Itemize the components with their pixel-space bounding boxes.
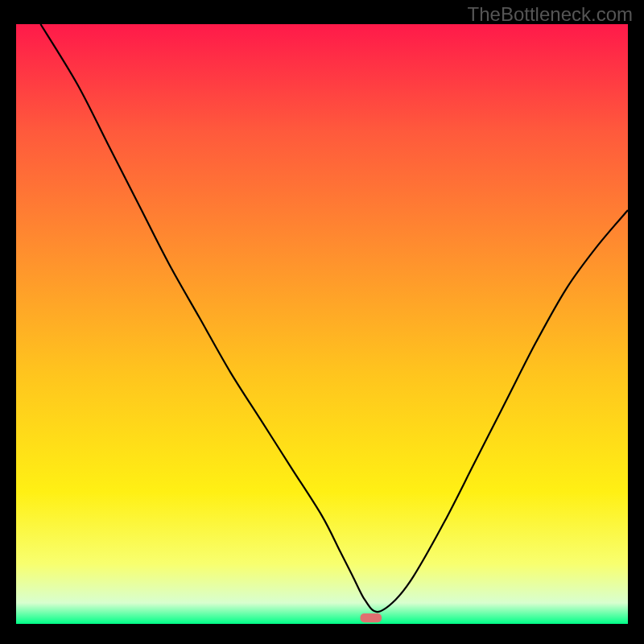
watermark-text: TheBottleneck.com bbox=[468, 3, 633, 26]
bottleneck-marker bbox=[361, 613, 382, 622]
chart-container: TheBottleneck.com bbox=[0, 0, 644, 644]
chart-svg bbox=[16, 24, 628, 624]
plot-area bbox=[16, 24, 628, 624]
gradient-background bbox=[16, 24, 628, 624]
